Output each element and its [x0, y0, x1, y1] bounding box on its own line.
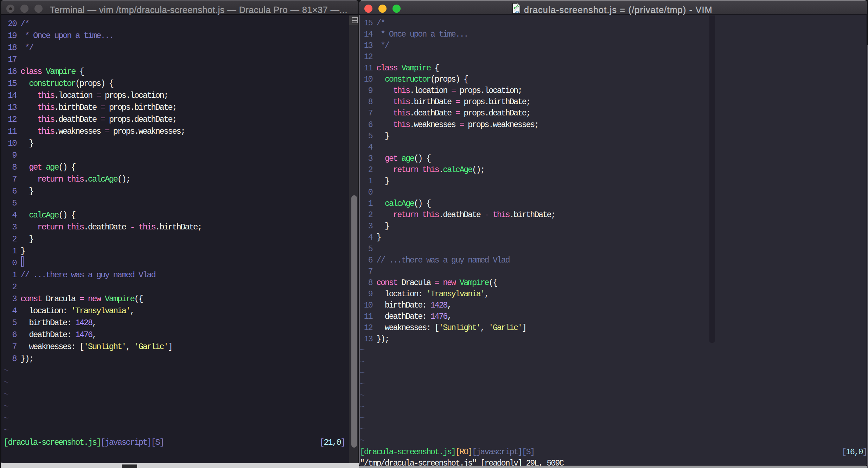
svg-text:JS: JS — [515, 10, 519, 14]
